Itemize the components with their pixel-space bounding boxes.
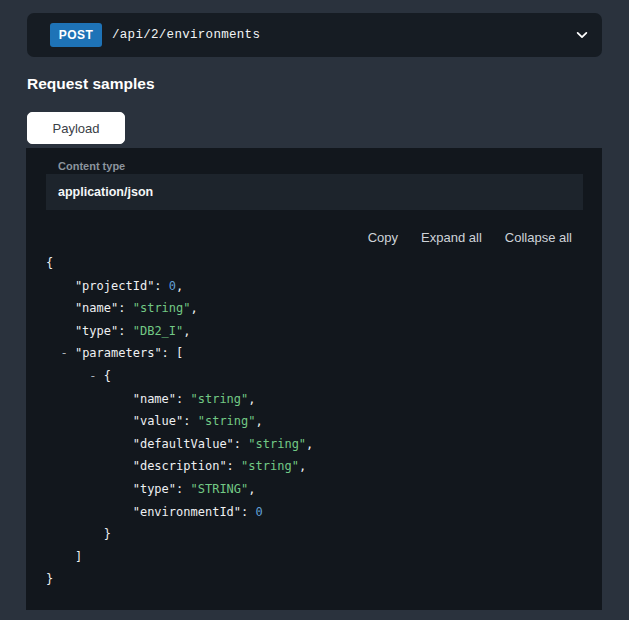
code-line: "name": "string", bbox=[46, 297, 313, 320]
section-title: Request samples bbox=[27, 75, 155, 93]
code-text: "description": bbox=[46, 459, 241, 473]
endpoint-header[interactable]: POST /api/2/environments bbox=[27, 13, 602, 57]
code-string: "string" bbox=[191, 392, 249, 406]
content-type-value: application/json bbox=[58, 185, 153, 199]
code-text: , bbox=[256, 414, 263, 428]
request-sample-panel: Content type application/json Copy Expan… bbox=[26, 148, 602, 610]
code-text: , bbox=[248, 392, 255, 406]
code-string: "string" bbox=[133, 301, 191, 315]
code-line: "environmentId": 0 bbox=[46, 501, 313, 524]
code-text: , bbox=[248, 482, 255, 496]
code-line: { bbox=[46, 252, 313, 275]
json-code-sample: { "projectId": 0, "name": "string", "typ… bbox=[46, 252, 313, 591]
code-text: "name": bbox=[46, 301, 133, 315]
code-text: "name": bbox=[46, 392, 191, 406]
code-text: , bbox=[183, 324, 190, 338]
code-text: "type": bbox=[46, 482, 191, 496]
tab-payload[interactable]: Payload bbox=[27, 112, 125, 144]
collapse-all-button[interactable]: Collapse all bbox=[505, 230, 572, 245]
content-type-label: Content type bbox=[58, 160, 125, 172]
endpoint-path: /api/2/environments bbox=[112, 13, 260, 57]
code-number: 0 bbox=[169, 279, 176, 293]
code-text: } bbox=[46, 527, 111, 541]
code-text: , bbox=[299, 459, 306, 473]
api-doc-page: POST /api/2/environments Request samples… bbox=[0, 0, 629, 620]
code-string: "string" bbox=[248, 437, 306, 451]
code-string: "string" bbox=[198, 414, 256, 428]
code-line: "type": "STRING", bbox=[46, 478, 313, 501]
code-text: , bbox=[306, 437, 313, 451]
chevron-down-icon[interactable] bbox=[575, 28, 589, 42]
code-text bbox=[46, 346, 60, 360]
code-text: , bbox=[191, 301, 198, 315]
code-text: "defaultValue": bbox=[46, 437, 248, 451]
code-text: { bbox=[97, 369, 111, 383]
code-text: ] bbox=[46, 550, 82, 564]
code-string: "string" bbox=[241, 459, 299, 473]
code-line: - "parameters": [ bbox=[46, 342, 313, 365]
expand-all-button[interactable]: Expand all bbox=[421, 230, 482, 245]
code-line: "defaultValue": "string", bbox=[46, 433, 313, 456]
code-number: 0 bbox=[256, 505, 263, 519]
code-line: "name": "string", bbox=[46, 388, 313, 411]
code-line: "type": "DB2_I", bbox=[46, 320, 313, 343]
collapse-toggle[interactable]: - bbox=[60, 346, 67, 360]
code-text: { bbox=[46, 256, 53, 270]
code-string: "STRING" bbox=[191, 482, 249, 496]
copy-button[interactable]: Copy bbox=[368, 230, 398, 245]
code-line: - { bbox=[46, 365, 313, 388]
code-text: "parameters": [ bbox=[68, 346, 184, 360]
http-method-badge: POST bbox=[50, 23, 102, 47]
code-line: "description": "string", bbox=[46, 455, 313, 478]
sample-actions: Copy Expand all Collapse all bbox=[345, 230, 572, 245]
code-text: "projectId": bbox=[46, 279, 169, 293]
collapse-toggle[interactable]: - bbox=[89, 369, 96, 383]
code-line: } bbox=[46, 523, 313, 546]
code-line: "value": "string", bbox=[46, 410, 313, 433]
content-type-select[interactable]: application/json bbox=[46, 174, 583, 210]
code-line: ] bbox=[46, 546, 313, 569]
code-text bbox=[46, 369, 89, 383]
code-string: "DB2_I" bbox=[133, 324, 184, 338]
code-text: } bbox=[46, 572, 53, 586]
code-text: , bbox=[176, 279, 183, 293]
code-text: "environmentId": bbox=[46, 505, 256, 519]
code-line: } bbox=[46, 568, 313, 591]
code-text: "type": bbox=[46, 324, 133, 338]
code-text: "value": bbox=[46, 414, 198, 428]
code-line: "projectId": 0, bbox=[46, 275, 313, 298]
